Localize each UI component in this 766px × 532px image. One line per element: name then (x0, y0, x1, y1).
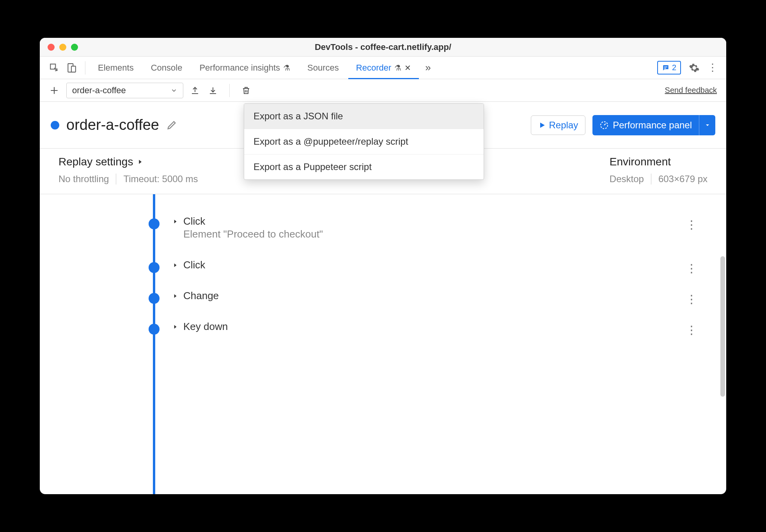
recording-select[interactable]: order-a-coffee (66, 83, 183, 98)
export-puppeteer-replay-item[interactable]: Export as a @puppeteer/replay script (244, 129, 484, 154)
tab-elements[interactable]: Elements (90, 57, 142, 79)
issues-badge[interactable]: 2 (657, 61, 681, 74)
gauge-icon (599, 121, 609, 130)
step-label: Click (183, 259, 205, 271)
step-dot (149, 293, 160, 304)
performance-panel-button[interactable]: Performance panel (592, 115, 699, 135)
send-feedback-link[interactable]: Send feedback (665, 86, 720, 95)
close-tab-icon[interactable]: ✕ (404, 63, 411, 73)
more-tabs-button[interactable]: » (420, 62, 435, 74)
step-label: Change (183, 290, 219, 302)
caret-right-icon (172, 219, 178, 224)
caret-right-icon (172, 262, 178, 268)
tab-sources[interactable]: Sources (300, 57, 347, 79)
recorder-toolbar: order-a-coffee Send feedback (40, 79, 726, 102)
settings-icon[interactable] (689, 62, 700, 73)
environment-header: Environment (610, 156, 671, 168)
step-label: Key down (183, 321, 228, 333)
export-button[interactable] (190, 86, 200, 95)
flask-icon: ⚗ (283, 63, 290, 73)
step-label: Click (183, 215, 205, 227)
steps-area: Click Element "Proceed to checkout" ⋮ Cl… (40, 194, 726, 494)
viewport-value: 603×679 px (658, 174, 707, 184)
step-menu-button[interactable]: ⋮ (686, 323, 697, 337)
recording-status-dot (51, 121, 59, 129)
scrollbar-thumb[interactable] (720, 256, 725, 397)
titlebar: DevTools - coffee-cart.netlify.app/ (40, 38, 726, 57)
divider (229, 84, 230, 97)
caret-down-icon (704, 122, 711, 128)
step-menu-button[interactable]: ⋮ (686, 292, 697, 306)
step-dot (149, 262, 160, 273)
step-menu-button[interactable]: ⋮ (686, 261, 697, 275)
tab-console[interactable]: Console (143, 57, 190, 79)
window-close-button[interactable] (48, 44, 55, 51)
traffic-lights (48, 44, 78, 51)
recording-title: order-a-coffee (66, 117, 159, 133)
step-row[interactable]: Click ⋮ (40, 250, 711, 280)
performance-panel-button-group: Performance panel (592, 115, 715, 135)
device-toggle-icon[interactable] (66, 63, 76, 73)
chevron-down-icon (170, 87, 177, 94)
step-menu-button[interactable]: ⋮ (686, 218, 697, 231)
divider (116, 174, 116, 184)
export-puppeteer-item[interactable]: Export as a Puppeteer script (244, 154, 484, 179)
caret-right-icon (172, 324, 178, 330)
step-row[interactable]: Change ⋮ (40, 280, 711, 311)
step-row[interactable]: Click Element "Proceed to checkout" ⋮ (40, 206, 711, 250)
issues-count: 2 (672, 63, 676, 72)
more-options-icon[interactable]: ⋮ (707, 62, 718, 74)
svg-rect-3 (664, 66, 667, 67)
throttling-value: No throttling (59, 174, 109, 184)
play-icon (538, 121, 546, 129)
tab-performance-insights[interactable]: Performance insights ⚗ (192, 57, 298, 79)
recording-select-value: order-a-coffee (72, 85, 126, 96)
step-dot (149, 324, 160, 335)
step-row[interactable]: Key down ⋮ (40, 311, 711, 342)
devtools-window: DevTools - coffee-cart.netlify.app/ Elem… (40, 38, 726, 494)
window-title: DevTools - coffee-cart.netlify.app/ (40, 42, 726, 52)
edit-title-button[interactable] (166, 120, 177, 131)
performance-panel-dropdown[interactable] (699, 115, 715, 135)
device-value: Desktop (610, 174, 644, 184)
step-dot (149, 218, 160, 229)
svg-rect-2 (71, 66, 76, 72)
tab-recorder[interactable]: Recorder ⚗ ✕ (348, 57, 419, 79)
import-button[interactable] (208, 86, 218, 95)
window-minimize-button[interactable] (59, 44, 66, 51)
delete-button[interactable] (241, 86, 251, 95)
replay-button[interactable]: Replay (531, 115, 586, 135)
svg-rect-4 (664, 68, 666, 69)
tabbar: Elements Console Performance insights ⚗ … (40, 57, 726, 79)
add-recording-button[interactable] (46, 85, 62, 96)
replay-settings-header[interactable]: Replay settings (59, 156, 198, 168)
timeout-value: Timeout: 5000 ms (123, 174, 198, 184)
export-menu: Export as a JSON file Export as a @puppe… (244, 103, 484, 180)
inspect-element-icon[interactable] (49, 63, 59, 73)
caret-right-icon (172, 293, 178, 299)
divider (85, 61, 85, 74)
step-detail: Element "Proceed to checkout" (183, 228, 323, 240)
window-zoom-button[interactable] (71, 44, 78, 51)
flask-icon: ⚗ (394, 63, 401, 73)
divider (651, 174, 651, 184)
caret-right-icon (137, 159, 143, 165)
export-json-item[interactable]: Export as a JSON file (244, 104, 484, 129)
